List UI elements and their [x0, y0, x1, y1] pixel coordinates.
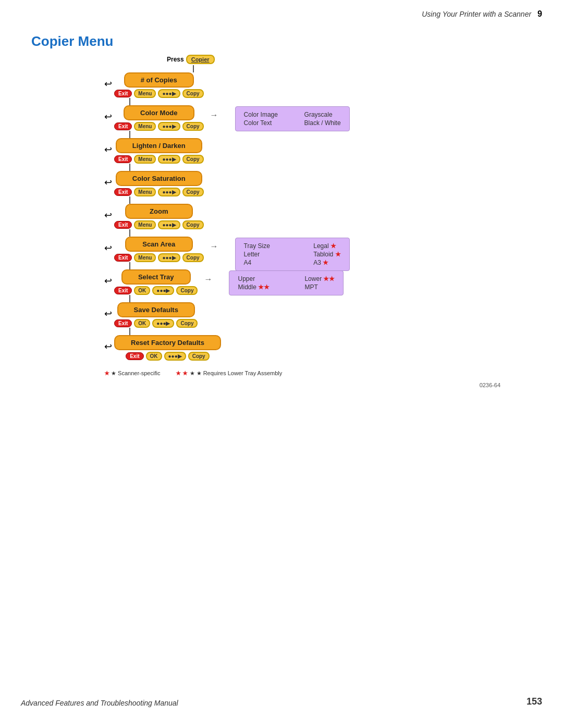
node-savedefaults: ↩ Save Defaults Exit OK ●●●▶ Copy — [104, 302, 198, 328]
page-footer: Advanced Features and Troubleshooting Ma… — [0, 696, 563, 707]
scanarea-btn-row: Exit Menu ●●●▶ Copy — [114, 253, 204, 262]
lighten-menu[interactable]: Menu — [134, 155, 156, 164]
connector — [129, 229, 130, 237]
scanarea-popup-row: Tray Size Letter A4 Legal ★ Tabloid ★ A3… — [244, 242, 341, 266]
zoom-arrow[interactable]: ●●●▶ — [158, 220, 180, 229]
selecttray-box: Select Tray — [121, 269, 191, 285]
connector — [129, 262, 130, 269]
copies-menu[interactable]: Menu — [134, 89, 156, 98]
selecttray-popup-col2: Lower ★★ MPT — [304, 275, 335, 291]
press-copier-row: Press Copier — [167, 55, 215, 64]
selecttray-arrow[interactable]: ●●●▶ — [152, 286, 174, 295]
colormode-popup: Color Image Color Text Grayscale Black /… — [235, 106, 350, 131]
zoom-menu[interactable]: Menu — [134, 220, 156, 229]
copier-button[interactable]: Copier — [186, 55, 215, 64]
selecttray-block: Select Tray Exit OK ●●●▶ Copy → Upper Mi… — [114, 269, 198, 295]
savedefaults-exit[interactable]: Exit — [114, 319, 132, 327]
back-arrow-colormode: ↩ — [104, 108, 112, 122]
colormode-copy[interactable]: Copy — [182, 122, 204, 131]
scanarea-col2-item3: A3 ★ — [313, 259, 340, 266]
selecttray-btn-row: Exit OK ●●●▶ Copy — [114, 286, 198, 295]
lighten-copy[interactable]: Copy — [182, 155, 204, 164]
colormode-col2-item2: Black / White — [304, 119, 341, 127]
node-colormode: ↩ Color Mode Exit Menu ●●●▶ Copy → Color… — [104, 105, 204, 131]
connector — [129, 164, 130, 171]
scanarea-box: Scan Area — [125, 237, 193, 252]
selecttray-arrow-right: → — [204, 275, 212, 284]
resetfactory-btn-row: Exit OK ●●●▶ Copy — [126, 352, 209, 361]
resetfactory-block: Reset Factory Defaults Exit OK ●●●▶ Copy — [114, 335, 221, 361]
lighten-exit[interactable]: Exit — [114, 155, 132, 163]
scanarea-col2-item2: Tabloid ★ — [313, 251, 340, 258]
colorsaturation-box: Color Saturation — [116, 171, 202, 186]
colormode-block: Color Mode Exit Menu ●●●▶ Copy → Color I… — [114, 105, 204, 131]
scanarea-popup-col1: Tray Size Letter A4 — [244, 242, 270, 266]
selecttray-copy[interactable]: Copy — [176, 286, 198, 295]
copies-arrow[interactable]: ●●●▶ — [158, 89, 180, 98]
scanarea-col1-item2: Letter — [244, 251, 270, 258]
back-arrow-savedefaults: ↩ — [104, 305, 112, 319]
savedefaults-copy[interactable]: Copy — [176, 319, 198, 328]
colormode-exit[interactable]: Exit — [114, 122, 132, 130]
savedefaults-block: Save Defaults Exit OK ●●●▶ Copy — [114, 302, 198, 328]
selecttray-popup-col1: Upper Middle ★★ — [238, 275, 270, 291]
savedefaults-ok[interactable]: OK — [134, 319, 150, 328]
zoom-btn-row: Exit Menu ●●●▶ Copy — [114, 220, 204, 229]
zoom-exit[interactable]: Exit — [114, 221, 132, 229]
header-text: Using Your Printer with a Scanner — [422, 10, 531, 18]
colormode-menu[interactable]: Menu — [134, 122, 156, 131]
scanarea-arrow-right: → — [210, 242, 218, 251]
selecttray-exit[interactable]: Exit — [114, 287, 132, 294]
scanarea-menu[interactable]: Menu — [134, 253, 156, 262]
colormode-btn-row: Exit Menu ●●●▶ Copy — [114, 122, 204, 131]
scanarea-arrow[interactable]: ●●●▶ — [158, 253, 180, 262]
footnotes: ★ ★ Scanner-specific ★ ★ ★ ★ Requires Lo… — [104, 370, 563, 377]
node-lighten: ↩ Lighten / Darken Exit Menu ●●●▶ Copy — [104, 138, 204, 164]
selecttray-popup-row: Upper Middle ★★ Lower ★★ MPT — [238, 275, 335, 291]
scanarea-exit[interactable]: Exit — [114, 254, 132, 262]
node-copies: ↩ # of Copies Exit Menu ●●●▶ Copy — [104, 72, 204, 98]
selecttray-ok[interactable]: OK — [134, 286, 150, 295]
press-label: Press — [167, 56, 184, 63]
lighten-box: Lighten / Darken — [116, 138, 202, 153]
back-arrow-resetfactory: ↩ — [104, 338, 112, 352]
page-header: Using Your Printer with a Scanner 9 — [0, 0, 563, 24]
colorsaturation-btn-row: Exit Menu ●●●▶ Copy — [114, 188, 204, 196]
scanarea-copy[interactable]: Copy — [182, 253, 204, 262]
zoom-block: Zoom Exit Menu ●●●▶ Copy — [114, 204, 204, 229]
footnote-star1: ★ ★ Scanner-specific — [104, 370, 160, 377]
scanarea-block: Scan Area Exit Menu ●●●▶ Copy → Tray Siz… — [114, 237, 204, 262]
colormode-popup-col1: Color Image Color Text — [244, 111, 278, 127]
copies-exit[interactable]: Exit — [114, 90, 132, 97]
zoom-copy[interactable]: Copy — [182, 220, 204, 229]
colormode-arrow[interactable]: ●●●▶ — [158, 122, 180, 131]
colorsaturation-arrow[interactable]: ●●●▶ — [158, 188, 180, 196]
selecttray-col2-item2: MPT — [304, 283, 335, 291]
scanarea-popup-col2: Legal ★ Tabloid ★ A3 ★ — [313, 242, 340, 266]
resetfactory-copy[interactable]: Copy — [188, 352, 210, 361]
connector — [129, 295, 130, 302]
scanarea-col1-item1: Tray Size — [244, 242, 270, 250]
scanarea-popup: Tray Size Letter A4 Legal ★ Tabloid ★ A3… — [235, 238, 350, 271]
node-colorsaturation: ↩ Color Saturation Exit Menu ●●●▶ Copy — [104, 171, 204, 196]
selecttray-col2-item1: Lower ★★ — [304, 275, 335, 282]
zoom-box: Zoom — [125, 204, 193, 219]
colormode-popup-row: Color Image Color Text Grayscale Black /… — [244, 111, 341, 127]
scanarea-col1-item3: A4 — [244, 259, 270, 266]
resetfactory-exit[interactable]: Exit — [126, 352, 143, 360]
colorsaturation-exit[interactable]: Exit — [114, 188, 132, 196]
colorsaturation-menu[interactable]: Menu — [134, 188, 156, 196]
node-zoom: ↩ Zoom Exit Menu ●●●▶ Copy — [104, 204, 204, 229]
resetfactory-box: Reset Factory Defaults — [114, 335, 221, 350]
copies-copy[interactable]: Copy — [182, 89, 204, 98]
savedefaults-arrow[interactable]: ●●●▶ — [152, 319, 174, 328]
footer-right: 153 — [527, 696, 542, 707]
lighten-arrow[interactable]: ●●●▶ — [158, 155, 180, 164]
node-resetfactory: ↩ Reset Factory Defaults Exit OK ●●●▶ Co… — [104, 335, 221, 361]
colormode-col1-item1: Color Image — [244, 111, 278, 118]
resetfactory-arrow[interactable]: ●●●▶ — [164, 352, 186, 361]
resetfactory-ok[interactable]: OK — [146, 352, 162, 361]
header-page-num: 9 — [537, 9, 542, 19]
back-arrow-lighten: ↩ — [104, 141, 112, 155]
colorsaturation-copy[interactable]: Copy — [182, 188, 204, 196]
